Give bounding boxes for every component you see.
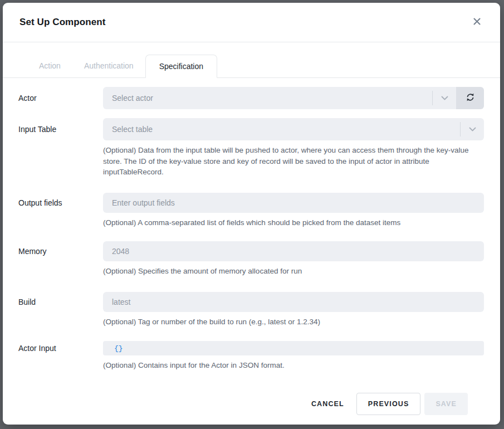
output-fields-label: Output fields bbox=[18, 193, 103, 213]
tab-specification[interactable]: Specification bbox=[145, 55, 217, 78]
actor-input-json-value: {} bbox=[114, 344, 123, 353]
tab-authentication[interactable]: Authentication bbox=[72, 54, 145, 77]
form-row-input-table: Input Table Select table (Optional) Data… bbox=[18, 118, 484, 178]
input-table-select[interactable]: Select table bbox=[103, 118, 484, 140]
previous-button[interactable]: PREVIOUS bbox=[356, 393, 421, 415]
input-table-select-placeholder: Select table bbox=[112, 125, 460, 134]
chevron-down-icon bbox=[433, 96, 456, 100]
form-row-output-fields: Output fields (Optional) A comma-separat… bbox=[18, 193, 484, 228]
output-fields-help-text: (Optional) A comma-separated list of fie… bbox=[103, 217, 471, 228]
actor-select-placeholder: Select actor bbox=[112, 94, 432, 103]
tab-action[interactable]: Action bbox=[27, 54, 72, 77]
actor-input-json-editor[interactable]: {} bbox=[103, 341, 484, 355]
build-label: Build bbox=[18, 292, 103, 312]
input-table-help-text: (Optional) Data from the input table wil… bbox=[103, 145, 471, 178]
close-icon bbox=[473, 17, 481, 27]
actor-select[interactable]: Select actor bbox=[103, 87, 456, 109]
chevron-down-icon bbox=[461, 127, 484, 131]
memory-help-text: (Optional) Specifies the amount of memor… bbox=[103, 266, 471, 277]
actor-label: Actor bbox=[18, 87, 103, 109]
refresh-icon bbox=[466, 92, 475, 104]
modal-footer: CANCEL PREVIOUS SAVE bbox=[18, 393, 484, 415]
input-table-label: Input Table bbox=[18, 118, 103, 140]
build-help-text: (Optional) Tag or number of the build to… bbox=[103, 316, 471, 328]
specification-form: Actor Select actor bbox=[3, 78, 500, 415]
modal-header: Set Up Component bbox=[3, 3, 500, 42]
memory-label: Memory bbox=[18, 241, 103, 261]
actor-input-help-text: (Optional) Contains input for the Actor … bbox=[103, 360, 471, 371]
save-button[interactable]: SAVE bbox=[424, 393, 468, 415]
build-input[interactable] bbox=[103, 292, 484, 312]
setup-component-modal: Set Up Component Action Authentication S… bbox=[3, 3, 500, 425]
tab-bar: Action Authentication Specification bbox=[3, 42, 500, 78]
output-fields-input[interactable] bbox=[103, 193, 484, 213]
refresh-actors-button[interactable] bbox=[456, 87, 484, 109]
memory-input[interactable] bbox=[103, 241, 484, 261]
form-row-memory: Memory (Optional) Specifies the amount o… bbox=[18, 241, 484, 277]
form-row-build: Build (Optional) Tag or number of the bu… bbox=[18, 292, 484, 328]
form-row-actor: Actor Select actor bbox=[18, 87, 484, 109]
close-button[interactable] bbox=[470, 16, 483, 29]
cancel-button[interactable]: CANCEL bbox=[300, 393, 356, 415]
modal-title: Set Up Component bbox=[19, 17, 106, 28]
actor-input-label: Actor Input bbox=[18, 341, 103, 355]
form-row-actor-input: Actor Input {} (Optional) Contains input… bbox=[18, 341, 484, 371]
